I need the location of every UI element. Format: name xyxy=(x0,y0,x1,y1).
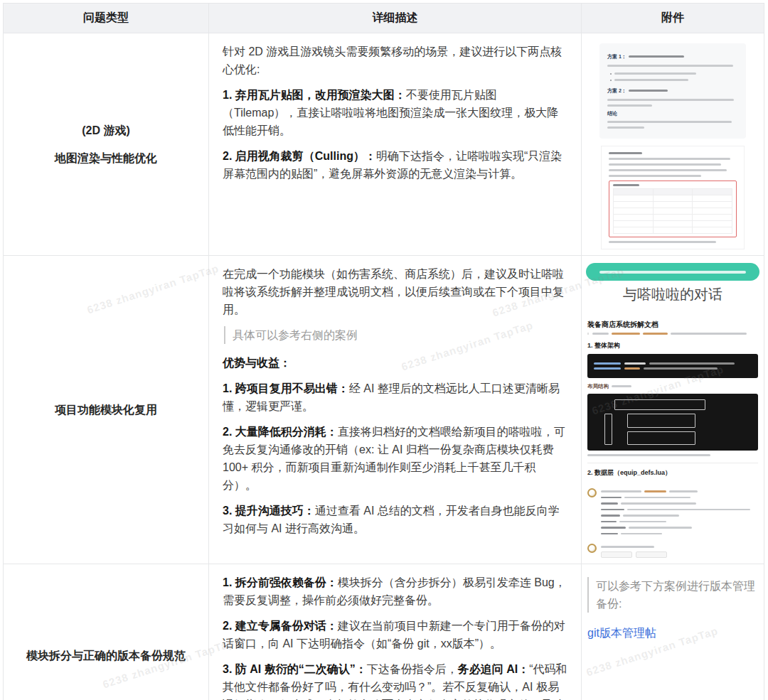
divider xyxy=(587,463,758,463)
blockquote-text: 可以参考下方案例进行版本管理备份: xyxy=(596,580,755,610)
issue-type-cell: 项目功能模块化复用 xyxy=(4,256,209,564)
thumb-heading: 方案 2： xyxy=(607,86,738,95)
issues-table: 问题类型 详细描述 附件 (2D 游戏) 地图渲染与性能优化 针对 2D 游戏且… xyxy=(3,3,764,700)
teal-banner xyxy=(586,263,759,281)
text-line xyxy=(614,72,696,75)
paragraph-lead: 3. 提升沟通技巧： xyxy=(223,505,315,517)
column-header-description: 详细描述 xyxy=(209,4,582,33)
assistant-avatar-icon xyxy=(587,544,597,553)
paragraph: 针对 2D 游戏且游戏镜头需要频繁移动的场景，建议进行以下两点核心优化: xyxy=(223,43,568,78)
column-header-type: 问题类型 xyxy=(4,4,209,33)
doc-title: 装备商店系统拆解文档 xyxy=(587,320,758,330)
paragraph: 在完成一个功能模块（如伤害系统、商店系统）后，建议及时让嗒啦啦将该系统拆解并整理… xyxy=(223,265,568,318)
blockquote-text: 具体可以参考右侧的案例 xyxy=(233,329,358,341)
section-heading: 优势与收益： xyxy=(223,357,291,369)
thumb-heading: 结论 xyxy=(607,110,738,117)
bullet-line xyxy=(607,77,738,83)
text-line xyxy=(609,241,716,243)
suggestion-chip xyxy=(636,551,667,558)
issue-type-line: 地图渲染与性能优化 xyxy=(14,144,198,172)
git-backup-post-link[interactable]: git版本管理帖 xyxy=(587,627,656,639)
paragraph-lead: 2. 建立专属备份对话： xyxy=(223,620,338,632)
text-line xyxy=(624,367,640,370)
suggestion-chip xyxy=(601,551,632,558)
paragraph-text: 在完成一个功能模块（如伤害系统、商店系统）后，建议及时让嗒啦啦将该系统拆解并整理… xyxy=(223,268,564,316)
ascii-diagram-block xyxy=(587,394,758,451)
paragraph: 1. 跨项目复用不易出错：经 AI 整理后的文档远比人工口述更清晰易懂，逻辑更严… xyxy=(223,379,568,415)
doc-section-heading: 1. 整体架构 xyxy=(587,341,758,350)
attachment-screenshot-benchmark-table[interactable] xyxy=(601,146,745,249)
header-row: 问题类型 详细描述 附件 xyxy=(4,4,764,33)
table-row-module-reuse: 项目功能模块化复用 在完成一个功能模块（如伤害系统、商店系统）后，建议及时让嗒啦… xyxy=(4,256,764,564)
paragraph-lead: 1. 跨项目复用不易出错： xyxy=(223,382,349,394)
paragraph: 1. 拆分前强依赖备份：模块拆分（含分步拆分）极易引发牵连 Bug，需要反复调整… xyxy=(223,574,568,609)
doc-quote xyxy=(587,333,758,335)
text-line xyxy=(607,104,652,107)
chat-screenshot[interactable] xyxy=(587,488,758,558)
bullet-line xyxy=(607,70,738,77)
issue-type-line: 模块拆分与正确的版本备份规范 xyxy=(14,642,198,669)
text-line xyxy=(629,527,691,529)
text-line xyxy=(621,533,661,535)
text-line xyxy=(592,333,609,335)
paragraph: 2. 大量降低积分消耗：直接将归档好的文档喂给新项目的嗒啦啦，可免去反复沟通修改… xyxy=(223,423,568,494)
paragraph-lead: 2. 启用视角裁剪（Culling）： xyxy=(223,150,376,162)
text-line xyxy=(627,509,750,511)
text-line xyxy=(587,454,710,456)
text-line xyxy=(629,90,668,92)
paragraph-lead: 1. 拆分前强依赖备份： xyxy=(223,576,338,588)
chat-message-body xyxy=(601,544,758,558)
text-line xyxy=(669,490,698,492)
table-row-map-rendering: (2D 游戏) 地图渲染与性能优化 针对 2D 游戏且游戏镜头需要频繁移动的场景… xyxy=(4,33,764,256)
text-line xyxy=(599,271,747,274)
attachment-screenshot-doc[interactable]: 装备商店系统拆解文档 1. 整体架构 布局结构 xyxy=(586,320,759,558)
text-line xyxy=(624,362,646,365)
chat-message-body xyxy=(601,488,758,534)
paragraph: 2. 建立专属备份对话：建议在当前项目中新建一个专门用于备份的对话窗口，向 AI… xyxy=(223,617,568,652)
doc-label: 布局结构 xyxy=(587,382,758,391)
text-line xyxy=(609,169,727,171)
paragraph: 2. 启用视角裁剪（Culling）：明确下达指令，让嗒啦啦实现“只渲染屏幕范围… xyxy=(223,147,568,183)
paragraph-text: 下达备份指令后， xyxy=(367,663,458,675)
text-line xyxy=(601,515,620,517)
text-line xyxy=(643,333,668,335)
attachment-screenshot-plan-doc[interactable]: 方案 1： 方案 2： 结论 xyxy=(599,43,746,139)
column-header-attachment: 附件 xyxy=(582,4,764,33)
chat-suggestion-chips xyxy=(601,551,758,558)
chat-message xyxy=(587,488,758,534)
text-line xyxy=(619,521,666,523)
text-line xyxy=(623,515,680,517)
text-line xyxy=(609,163,721,166)
thumb-heading: 方案 1： xyxy=(607,52,738,61)
chat-message xyxy=(587,544,758,558)
text-line xyxy=(612,333,640,335)
table-row-backup-rules: 模块拆分与正确的版本备份规范 1. 拆分前强依赖备份：模块拆分（含分步拆分）极易… xyxy=(4,564,764,700)
text-line xyxy=(621,502,696,505)
text-line xyxy=(644,490,666,492)
doc-section-heading: 2. 数据层（equip_defs.lua） xyxy=(587,468,758,478)
code-block xyxy=(587,354,758,378)
text-line xyxy=(607,121,732,123)
text-line xyxy=(614,79,688,81)
attachment-cell: 与嗒啦啦的对话 装备商店系统拆解文档 1. 整体架构 xyxy=(582,256,764,564)
text-line xyxy=(601,490,641,492)
paragraph-lead: 1. 弃用瓦片贴图，改用预渲染大图： xyxy=(223,89,406,101)
text-line xyxy=(607,126,644,129)
paragraph: 优势与收益： xyxy=(223,354,568,372)
issue-description-cell: 针对 2D 游戏且游戏镜头需要频繁移动的场景，建议进行以下两点核心优化: 1. … xyxy=(209,33,582,256)
issue-description-cell: 在完成一个功能模块（如伤害系统、商店系统）后，建议及时让嗒啦啦将该系统拆解并整理… xyxy=(209,256,582,564)
text-line xyxy=(601,527,626,529)
issue-type-cell: 模块拆分与正确的版本备份规范 xyxy=(4,564,209,700)
paragraph-lead: 3. 防 AI 敷衍的“二次确认”： xyxy=(223,663,367,675)
blockquote: 具体可以参考右侧的案例 xyxy=(224,326,568,344)
issue-description-cell: 1. 拆分前强依赖备份：模块拆分（含分步拆分）极易引发牵连 Bug，需要反复调整… xyxy=(209,564,582,700)
diagram-box xyxy=(627,414,695,428)
chat-screenshot-title: 与嗒啦啦的对话 xyxy=(586,285,759,304)
paragraph-lead: 2. 大量降低积分消耗： xyxy=(223,426,338,438)
attachment-cell: 方案 1： 方案 2： 结论 xyxy=(582,33,764,256)
issue-type-line: (2D 游戏) xyxy=(14,117,198,144)
paragraph: 3. 提升沟通技巧：通过查看 AI 总结的文档，开发者自身也能反向学习如何与 A… xyxy=(223,502,568,537)
highlight-box xyxy=(609,181,737,237)
text-line xyxy=(601,502,618,505)
text-line xyxy=(607,65,733,67)
